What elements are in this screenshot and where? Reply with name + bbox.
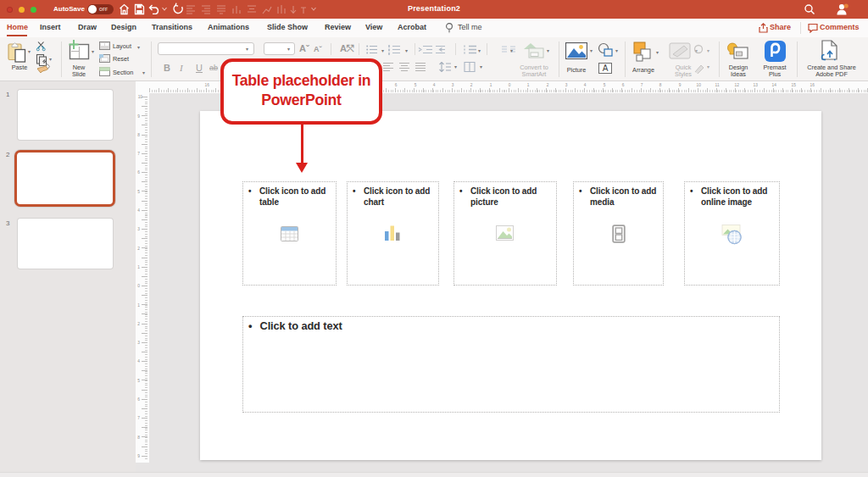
svg-text:A: A: [603, 64, 609, 73]
